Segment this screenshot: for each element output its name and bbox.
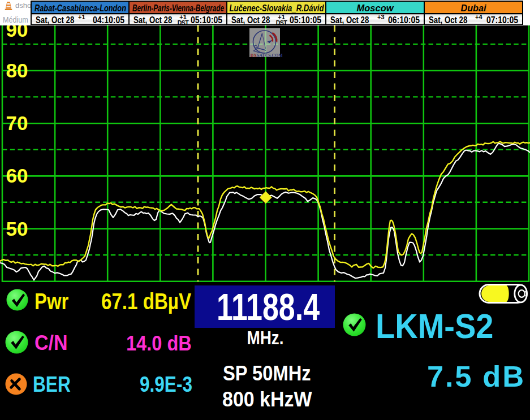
- svg-text:80: 80: [6, 59, 28, 81]
- svg-text:DXSATCS.COM: DXSATCS.COM: [251, 53, 283, 58]
- svg-text:60: 60: [6, 164, 28, 187]
- svg-text:50: 50: [6, 218, 28, 240]
- svg-text:90: 90: [6, 25, 28, 41]
- svg-text:70: 70: [6, 112, 28, 134]
